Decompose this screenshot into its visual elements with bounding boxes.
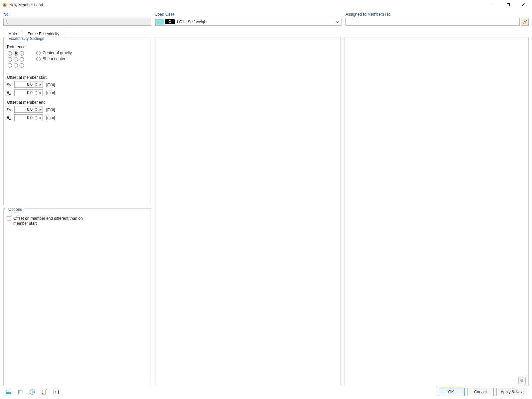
window-title: New Member Load bbox=[9, 3, 486, 7]
toolbar-new-icon[interactable] bbox=[40, 388, 49, 396]
ref-radio-6[interactable] bbox=[8, 63, 12, 67]
ey-start-row: ey ▲▼ ▶ [mm] bbox=[7, 81, 148, 88]
ez-end-spinner[interactable]: ▲▼ ▶ bbox=[14, 114, 43, 121]
eccentricity-card: Eccentricity Settings Reference bbox=[3, 38, 151, 205]
ey-start-more[interactable]: ▶ bbox=[38, 81, 43, 88]
reference-grid bbox=[7, 51, 25, 68]
svg-point-13 bbox=[42, 393, 43, 394]
ref-shear-row[interactable]: Shear center bbox=[36, 57, 72, 61]
ref-cog-label: Center of gravity bbox=[43, 51, 72, 55]
ez-start-more[interactable]: ▶ bbox=[38, 89, 43, 96]
top-row: No. 1 Load Case G LC1 - Self-weight Assi… bbox=[0, 10, 532, 27]
toolbar-script-icon[interactable]: f bbox=[52, 388, 61, 396]
ey-start-stepper[interactable]: ▲▼ bbox=[34, 81, 38, 88]
footer: 0.00 f OK Cancel Apply & Next bbox=[0, 385, 532, 399]
maximize-button[interactable] bbox=[501, 0, 516, 10]
ez-end-label: ez bbox=[7, 115, 13, 120]
ey-end-unit: [mm] bbox=[46, 107, 55, 112]
ey-end-input[interactable] bbox=[14, 106, 34, 113]
svg-rect-8 bbox=[6, 392, 11, 394]
pick-members-button[interactable] bbox=[521, 18, 529, 26]
middle-column bbox=[155, 38, 341, 387]
middle-card bbox=[155, 38, 341, 387]
ez-end-unit: [mm] bbox=[46, 115, 55, 120]
offset-end-label: Offset at member end bbox=[7, 100, 148, 105]
ey-end-stepper[interactable]: ▲▼ bbox=[34, 106, 38, 113]
ey-start-unit: [mm] bbox=[46, 82, 55, 87]
svg-point-6 bbox=[520, 379, 523, 381]
close-button[interactable] bbox=[516, 0, 531, 10]
left-column: Eccentricity Settings Reference bbox=[3, 38, 151, 387]
ez-end-input[interactable] bbox=[14, 114, 34, 121]
ey-end-row: ey ▲▼ ▶ [mm] bbox=[7, 106, 148, 113]
ref-radio-8[interactable] bbox=[20, 63, 24, 67]
ref-radio-3[interactable] bbox=[8, 57, 12, 62]
no-field: 1 bbox=[3, 18, 151, 26]
toolbar-assign-icon[interactable] bbox=[28, 388, 37, 396]
load-case-group: Load Case G LC1 - Self-weight bbox=[155, 12, 341, 26]
ref-shear-label: Shear center bbox=[43, 57, 66, 61]
apply-next-button[interactable]: Apply & Next bbox=[496, 388, 528, 396]
ez-end-stepper[interactable]: ▲▼ bbox=[34, 114, 38, 121]
right-column bbox=[344, 38, 529, 387]
svg-line-7 bbox=[523, 381, 524, 383]
toolbar-coord-icon[interactable] bbox=[16, 388, 25, 396]
tab-strip: Main Force Eccentricity bbox=[3, 30, 529, 38]
assigned-members-group: Assigned to Members No. bbox=[345, 12, 529, 26]
title-bar: New Member Load bbox=[0, 0, 532, 10]
no-value: 1 bbox=[6, 20, 8, 24]
reference-label: Reference bbox=[7, 45, 148, 49]
no-label: No. bbox=[3, 12, 151, 17]
ez-start-input[interactable] bbox=[14, 89, 34, 96]
ref-cog-radio[interactable] bbox=[36, 51, 41, 55]
ref-radio-4[interactable] bbox=[14, 57, 18, 62]
ey-start-spinner[interactable]: ▲▼ ▶ bbox=[14, 81, 43, 88]
svg-rect-2 bbox=[507, 4, 510, 6]
ez-start-spinner[interactable]: ▲▼ ▶ bbox=[14, 89, 43, 96]
load-case-value: LC1 - Self-weight bbox=[177, 20, 207, 24]
ref-cog-row[interactable]: Center of gravity bbox=[36, 51, 72, 55]
options-card: Options Offset on member end different t… bbox=[3, 208, 151, 387]
assigned-members-label: Assigned to Members No. bbox=[345, 12, 529, 17]
options-row[interactable]: Offset on member end different than on m… bbox=[7, 216, 148, 226]
ey-start-input[interactable] bbox=[14, 81, 34, 88]
ref-radio-2[interactable] bbox=[20, 51, 24, 56]
ref-radio-7[interactable] bbox=[14, 63, 18, 67]
ez-end-row: ez ▲▼ ▶ [mm] bbox=[7, 114, 148, 121]
ey-end-more[interactable]: ▶ bbox=[38, 106, 43, 113]
load-case-field[interactable]: G LC1 - Self-weight bbox=[155, 18, 341, 26]
ez-label: ez bbox=[7, 90, 13, 95]
toolbar-units-icon[interactable]: 0.00 bbox=[4, 388, 13, 396]
reference-right: Center of gravity Shear center bbox=[36, 51, 72, 61]
svg-text:f: f bbox=[55, 390, 57, 394]
load-case-badge: G bbox=[165, 19, 175, 24]
ez-start-stepper[interactable]: ▲▼ bbox=[34, 89, 38, 96]
ez-start-unit: [mm] bbox=[46, 90, 55, 95]
load-case-color bbox=[156, 19, 164, 25]
footer-toolbar: 0.00 f bbox=[4, 388, 61, 396]
reference-block: Center of gravity Shear center bbox=[7, 51, 148, 68]
eccentricity-header: Eccentricity Settings bbox=[6, 35, 47, 42]
svg-text:0.00: 0.00 bbox=[6, 390, 10, 392]
preview-zoom-button[interactable] bbox=[518, 377, 526, 384]
cancel-button[interactable]: Cancel bbox=[467, 388, 494, 396]
ref-radio-0[interactable] bbox=[8, 51, 12, 56]
ey-end-label: ey bbox=[7, 107, 13, 112]
options-checkbox[interactable] bbox=[7, 216, 11, 220]
panels: Eccentricity Settings Reference bbox=[3, 38, 529, 387]
options-header: Options bbox=[6, 205, 25, 213]
ey-end-spinner[interactable]: ▲▼ ▶ bbox=[14, 106, 43, 113]
ok-button[interactable]: OK bbox=[438, 388, 465, 396]
no-group: No. 1 bbox=[3, 12, 151, 26]
offset-start-label: Offset at member start bbox=[7, 75, 148, 80]
ref-shear-radio[interactable] bbox=[36, 57, 41, 61]
preview-card bbox=[344, 38, 529, 387]
footer-buttons: OK Cancel Apply & Next bbox=[438, 388, 528, 396]
ez-end-more[interactable]: ▶ bbox=[38, 114, 43, 121]
ref-radio-5[interactable] bbox=[20, 57, 24, 62]
minimize-button[interactable] bbox=[486, 0, 501, 10]
ref-radio-1[interactable] bbox=[14, 51, 18, 56]
options-text: Offset on member end different than on m… bbox=[13, 216, 83, 226]
chevron-down-icon bbox=[335, 20, 340, 24]
assigned-members-field[interactable] bbox=[345, 18, 520, 26]
